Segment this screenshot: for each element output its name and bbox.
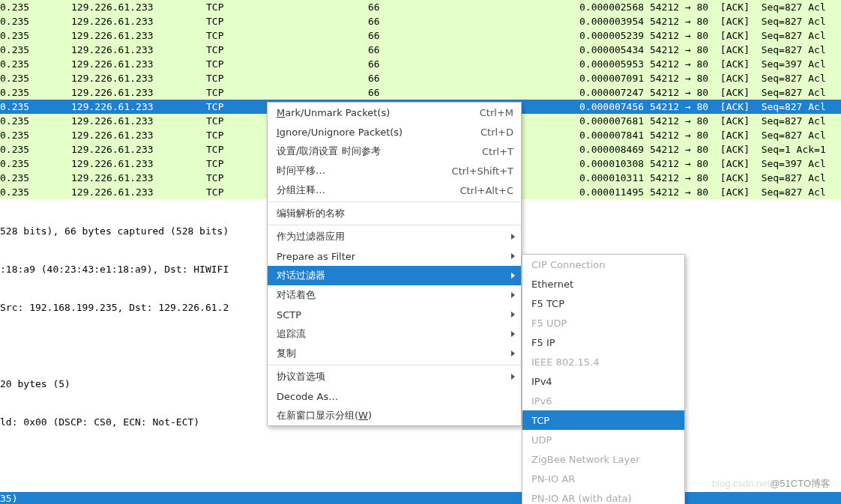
menu-item[interactable]: 时间平移…Ctrl+Shift+T: [268, 161, 521, 180]
menu-separator: [268, 201, 521, 202]
chevron-right-icon: [511, 312, 515, 318]
details-line-selected[interactable]: 35): [0, 492, 841, 504]
menu-item[interactable]: 分组注释…Ctrl+Alt+C: [268, 180, 521, 200]
packet-row[interactable]: 0.235129.226.61.233TCP660.000005953 5421…: [0, 57, 841, 71]
menu-item: F5 UDP: [522, 313, 684, 333]
chevron-right-icon: [511, 292, 515, 298]
menu-item: PN-IO AR (with data): [522, 488, 684, 504]
menu-item[interactable]: Decode As…: [268, 386, 521, 406]
menu-item[interactable]: Mark/Unmark Packet(s)Ctrl+M: [268, 103, 521, 122]
packet-context-menu[interactable]: Mark/Unmark Packet(s)Ctrl+MIgnore/Unigno…: [267, 102, 522, 426]
packet-row[interactable]: 0.235129.226.61.233TCP660.000007247 5421…: [0, 85, 841, 100]
chevron-right-icon: [511, 253, 515, 259]
menu-item[interactable]: 作为过滤器应用: [268, 227, 521, 246]
chevron-right-icon: [511, 234, 515, 240]
packet-row[interactable]: 0.235129.226.61.233TCP660.000007091 5421…: [0, 71, 841, 85]
menu-item[interactable]: 对话过滤器: [268, 266, 521, 285]
packet-row[interactable]: 0.235129.226.61.233TCP660.000005239 5421…: [0, 28, 841, 43]
menu-item: UDP: [522, 430, 684, 449]
menu-item[interactable]: 设置/取消设置 时间参考Ctrl+T: [268, 142, 521, 161]
chevron-right-icon: [511, 331, 515, 337]
menu-item[interactable]: SCTP: [268, 305, 521, 324]
menu-item[interactable]: 在新窗口显示分组(W): [268, 406, 521, 425]
menu-item[interactable]: F5 TCP: [522, 294, 684, 313]
chevron-right-icon: [511, 350, 515, 356]
packet-row[interactable]: 0.235129.226.61.233TCP660.000005434 5421…: [0, 43, 841, 57]
menu-item[interactable]: 编辑解析的名称: [268, 204, 521, 223]
watermark: blog.csdn.net@51CTO博客: [712, 477, 831, 491]
menu-item[interactable]: 协议首选项: [268, 367, 521, 386]
menu-item: PN-IO AR: [522, 469, 684, 488]
menu-item[interactable]: Ignore/Unignore Packet(s)Ctrl+D: [268, 122, 521, 142]
menu-item[interactable]: Prepare as Filter: [268, 246, 521, 266]
menu-item[interactable]: 复制: [268, 344, 521, 363]
menu-item[interactable]: 对话着色: [268, 285, 521, 305]
conversation-filter-submenu[interactable]: CIP ConnectionEthernetF5 TCPF5 UDPF5 IPI…: [522, 254, 685, 504]
chevron-right-icon: [511, 273, 515, 279]
menu-item: ZigBee Network Layer: [522, 449, 684, 469]
menu-item[interactable]: Ethernet: [522, 274, 684, 294]
packet-row[interactable]: 0.235129.226.61.233TCP660.000003954 5421…: [0, 14, 841, 28]
menu-separator: [268, 365, 521, 365]
chevron-right-icon: [511, 374, 515, 380]
menu-item[interactable]: F5 IP: [522, 333, 684, 352]
menu-item: IEEE 802.15.4: [522, 352, 684, 371]
menu-separator: [268, 225, 521, 225]
menu-item: IPv6: [522, 391, 684, 410]
menu-item[interactable]: 追踪流: [268, 324, 521, 344]
menu-item: CIP Connection: [522, 255, 684, 274]
menu-item[interactable]: TCP: [522, 410, 684, 430]
menu-item[interactable]: IPv4: [522, 371, 684, 391]
packet-row[interactable]: 0.235129.226.61.233TCP660.000002568 5421…: [0, 0, 841, 14]
